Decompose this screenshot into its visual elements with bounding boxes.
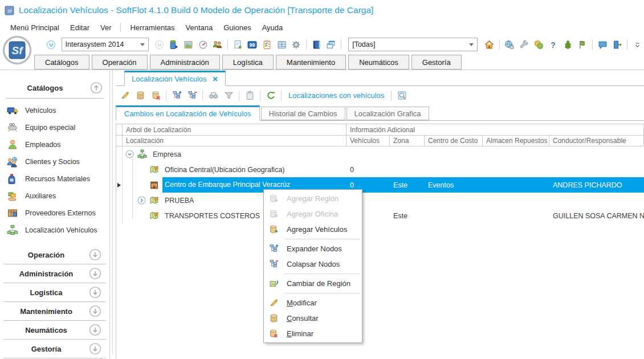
cell-conductor: GUILLEN SOSA CARMEN NOEMI [549,208,644,223]
context-menu-item-consultar[interactable]: Consultar [264,311,362,326]
cell-centro-costo: Eventos [425,177,483,193]
module-m-icon[interactable]: M [44,38,58,51]
tab-historial-cambios[interactable]: Historial de Cambios [261,107,345,120]
feedback-chat-icon[interactable] [596,38,609,51]
menu-item-ventana[interactable]: Ventana [186,23,213,32]
expand-nodes-icon[interactable] [170,89,184,103]
coins-icon[interactable] [532,38,545,51]
sidebar-group-administracion[interactable]: Administración [3,264,106,283]
modify-pencil-icon[interactable] [118,89,132,103]
consult-database-icon[interactable] [133,89,147,103]
context-menu-item-eliminar[interactable]: Eliminar [264,326,362,341]
delete-database-icon[interactable] [149,89,162,103]
ribbon-tab-administracion[interactable]: Administración [150,55,220,70]
context-menu-item-agregar-vehiculos[interactable]: Agregar Vehículos [264,222,362,237]
new-note-icon[interactable] [231,38,244,51]
toolbar-overflow-icon[interactable] [631,38,644,51]
ribbon-tab-neumaticos[interactable]: Neumáticos [348,55,409,70]
collapse-nodes-icon[interactable] [185,89,199,103]
column-header-conductor-responsable[interactable]: Conductor/Responsable [549,136,644,146]
preview-magnifier-icon[interactable] [395,89,409,103]
users-group-icon[interactable] [211,38,224,51]
sidebar-groups: Operación Administración Logistica Mante… [3,246,106,358]
collapse-up-icon[interactable] [90,81,103,94]
menu-item-guiones[interactable]: Guiones [223,23,251,32]
sidebar-item-vehiculos[interactable]: Vehículos [0,102,109,119]
tab-localizacion-grafica[interactable]: Localización Grafica [347,107,429,120]
filter-select[interactable]: [Todas] [348,38,478,51]
sidebar-item-empleados[interactable]: Empleados [0,136,109,153]
flag-icon[interactable] [576,38,589,51]
expand-down-icon[interactable] [89,286,101,299]
company-select[interactable]: Interasystem 2014 [62,38,149,51]
sidebar-item-recursos-materiales[interactable]: Recursos Materiales [0,170,109,187]
sidebar-group-mantenimiento[interactable]: Mantenimiento [3,302,106,321]
context-menu-item-expander-nodos[interactable]: Expander Nodos [264,241,362,256]
table-row-empresa[interactable]: Empresa [116,146,644,162]
grid-view-icon[interactable] [275,38,288,51]
help-question-icon[interactable]: ? [547,38,560,51]
sidebar-item-localizacion-vehiculos[interactable]: Localización Vehículos [0,222,109,239]
tools-wrench-icon[interactable] [517,38,531,51]
search-binoculars-icon[interactable] [206,89,220,103]
locations-with-vehicles-link[interactable]: Localizaciones con vehículos [288,91,384,100]
table-row-oficina-central[interactable]: Oficina Central(Ubicación Geografica) 0 [116,162,644,177]
menu-separator [120,23,121,32]
notebook-icon[interactable] [310,38,323,51]
menu-item-editar[interactable]: Editar [70,23,89,32]
tree-expand-glyph[interactable] [137,196,146,205]
sidebar-group-operacion[interactable]: Operación [3,246,106,264]
context-menu-item-cambiar-region[interactable]: Cambiar de Región [264,276,362,291]
import-data-icon[interactable] [168,38,181,51]
ribbon-tab-mantenimiento[interactable]: Mantenimiento [276,55,346,70]
expand-down-icon[interactable] [89,248,101,261]
sidebar-item-auxiliares[interactable]: Auxiliares [0,187,109,205]
cascade-windows-icon[interactable] [325,38,338,51]
expand-down-icon[interactable] [89,305,101,317]
sidebar-group-neumaticos[interactable]: Neumáticos [3,321,106,340]
sidebar-group-logistica[interactable]: Logistica [3,283,106,302]
refresh-icon[interactable] [264,89,278,103]
menu-item-herramientas[interactable]: Herramientas [130,23,174,32]
tree-collapse-glyph[interactable] [125,150,134,158]
badge-99-icon[interactable]: 99 [246,38,259,51]
menu-item-menu-principal[interactable]: Menú Principal [10,23,59,32]
context-menu-item-modificar[interactable]: Modificar [264,295,362,311]
expand-down-icon[interactable] [89,324,101,336]
document-tab-localizacion-vehiculos[interactable]: Localización Vehículos ✕ [124,71,226,86]
table-row-centro-embarque-selected[interactable]: Centro de Embarque Principal Veracrúz 0 … [116,177,644,193]
ribbon-tab-catalogos[interactable]: Catálogos [34,55,89,70]
checklist-icon[interactable] [260,38,274,51]
dashboard-gauge-icon[interactable] [197,38,210,51]
ribbon-tab-operacion[interactable]: Operación [92,55,148,70]
close-icon[interactable]: ✕ [213,75,218,83]
table-row-prueba[interactable]: PRUEBA 0 [116,193,644,208]
column-header-almacen-repuestos[interactable]: Almacen Repuestos [483,136,549,146]
globe-security-icon[interactable] [503,38,516,51]
ribbon-tab-gestoria[interactable]: Gestoría [411,55,462,70]
expand-down-icon[interactable] [89,267,101,280]
sidebar-item-equipo-especial[interactable]: Equipo especial [0,119,109,136]
menu-item-ayuda[interactable]: Ayuda [262,23,283,32]
table-row-transportes-costeros[interactable]: TRANSPORTES COSTEROS 0 Este GUILLEN SOSA… [116,208,644,223]
settings-gear-icon[interactable] [290,38,303,51]
sidebar-item-proveedores-externos[interactable]: Proveedores Externos [0,205,109,222]
images-icon[interactable] [182,38,195,51]
sidebar-item-clientes-socios[interactable]: Clientes y Socios [0,153,109,170]
tab-cambios-localizacion[interactable]: Cambios en Localización de Vehículos [116,105,260,121]
column-header-zona[interactable]: Zona [390,136,425,146]
sidebar-splitter[interactable] [112,70,113,354]
column-header-vehiculos[interactable]: Vehículos [347,136,390,146]
sidebar-group-catalogos[interactable]: Catálogos [0,79,109,96]
column-header-localizacion[interactable]: Localización [123,136,347,146]
debug-bug-icon[interactable] [561,38,574,51]
home-icon[interactable] [483,38,496,51]
filter-funnel-icon[interactable] [222,89,235,103]
sidebar-group-gestoria[interactable]: Gestoría [3,340,106,358]
ribbon-tab-logistica[interactable]: Logística [222,55,274,70]
context-menu-item-colapsar-nodos[interactable]: Colapsar Nodos [264,256,362,272]
column-header-centro-costo[interactable]: Centro de Costo [425,136,483,146]
expand-down-icon[interactable] [89,342,101,355]
menu-item-ver[interactable]: Ver [100,23,112,32]
exit-door-icon[interactable] [611,38,624,51]
